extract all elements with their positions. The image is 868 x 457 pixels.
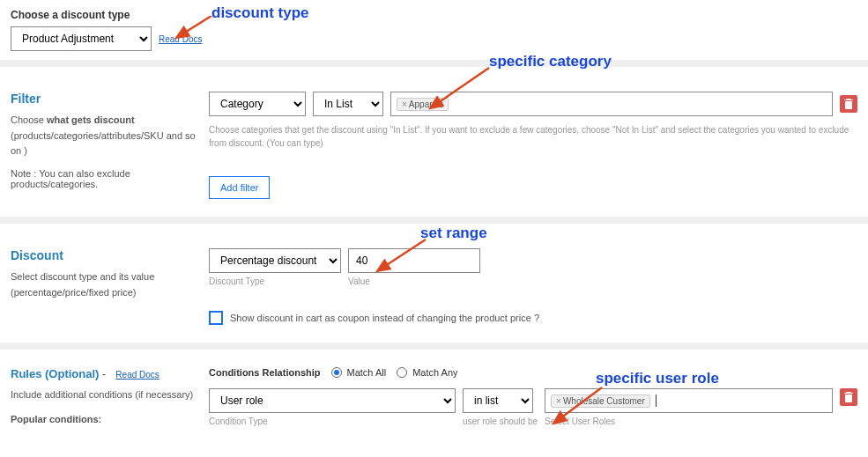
match-any-label: Match Any (412, 367, 457, 378)
read-more-link[interactable]: Read Docs (159, 34, 202, 44)
filter-title: Filter (11, 92, 200, 106)
tag-remove-icon[interactable]: × (556, 396, 561, 406)
condition-type-select[interactable]: User role (209, 388, 456, 413)
user-role-should-be-label: user role should be (463, 416, 538, 426)
discount-type-label: Choose a discount type (11, 9, 202, 21)
trash-icon (844, 99, 853, 109)
filter-category-select[interactable]: Category (209, 92, 306, 116)
condition-inlist-select[interactable]: in list (463, 388, 533, 413)
discount-type-select[interactable]: Product Adjustment (11, 26, 152, 51)
discount-type-small-label: Discount Type (209, 276, 341, 286)
filter-note: Note : You can also exclude products/cat… (11, 168, 200, 189)
discount-description: Select discount type and its value (perc… (11, 269, 200, 300)
discount-type-value-select[interactable]: Percentage discount (209, 248, 341, 273)
filter-help-text: Choose categories that get the discount … (209, 123, 857, 150)
rules-description: Include additional conditions (if necess… (11, 387, 200, 403)
condition-delete-button[interactable] (840, 388, 857, 406)
discount-value-small-label: Value (348, 276, 480, 286)
filter-inlist-select[interactable]: In List (313, 92, 383, 116)
user-role-tag-input[interactable]: ×Wholesale Customer (545, 388, 833, 413)
filter-tag[interactable]: ×Apparels (397, 98, 449, 111)
discount-title: Discount (11, 248, 200, 262)
trash-icon (844, 392, 853, 402)
rules-read-docs-link[interactable]: Read Docs (115, 370, 159, 380)
match-any-radio[interactable] (397, 367, 407, 378)
rules-title: Rules (Optional) (11, 367, 102, 380)
match-all-label: Match All (347, 367, 387, 378)
user-role-tag[interactable]: ×Wholesale Customer (551, 394, 650, 408)
condition-type-small-label: Condition Type (209, 416, 456, 426)
match-all-radio[interactable] (331, 367, 342, 378)
popular-conditions-label: Popular conditions: (11, 412, 200, 428)
tag-remove-icon[interactable]: × (402, 100, 407, 109)
conditions-relationship-label: Conditions Relationship (209, 367, 321, 378)
discount-value-input[interactable] (348, 248, 480, 273)
filter-delete-button[interactable] (840, 95, 857, 113)
add-filter-button[interactable]: Add filter (209, 176, 270, 199)
show-as-coupon-checkbox[interactable] (209, 311, 223, 325)
filter-description: Choose what gets discount (products/cate… (11, 113, 200, 159)
filter-tag-input[interactable]: ×Apparels (390, 92, 833, 116)
select-user-roles-label: Select User Roles (545, 416, 833, 426)
checkbox-label: Show discount in cart as coupon instead … (230, 313, 539, 323)
